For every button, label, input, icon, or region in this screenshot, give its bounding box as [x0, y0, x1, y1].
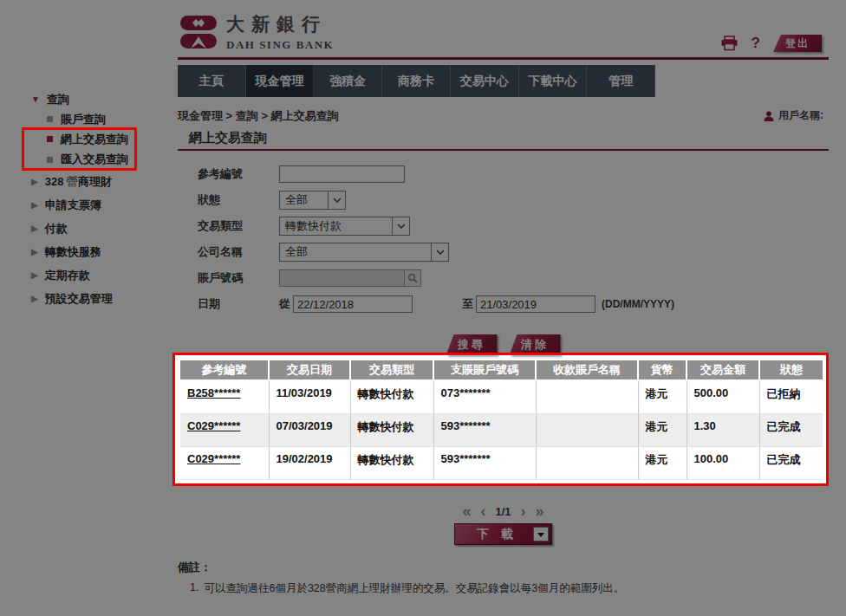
user-name-label: 用戶名稱: [778, 108, 823, 123]
sidebar-item-label: 轉數快服務 [45, 244, 101, 260]
sidebar-item-time-deposit[interactable]: ▶ 定期存款 [26, 263, 172, 287]
date-to-input[interactable] [476, 295, 595, 313]
note-number: 1. [190, 581, 198, 596]
col-transaction-date: 交易日期 [269, 360, 350, 380]
last-page-button[interactable]: » [536, 503, 544, 519]
header-tools: ? 登出 [720, 35, 822, 52]
page-title: 網上交易查詢 [189, 130, 267, 146]
cell-status: 已完成 [759, 446, 823, 479]
bank-logo-text: 大新銀行 DAH SING BANK [226, 12, 334, 52]
cell-transaction-date: 11/03/2019 [269, 380, 350, 413]
reference-link[interactable]: C029****** [187, 452, 240, 465]
select-dropdown-button[interactable] [392, 217, 409, 235]
sidebar-item-label: 預設交易管理 [45, 291, 113, 307]
date-format-hint: (DD/MM/YYYY) [602, 298, 674, 310]
sidebar-item-label: 網上交易查詢 [61, 132, 128, 147]
cell-transaction-date: 07/03/2019 [269, 413, 350, 446]
print-icon[interactable] [720, 36, 739, 51]
account-lookup-button[interactable] [404, 269, 421, 287]
enquiry-form: 參考編號 狀態 全部 交易類型 轉數快付款 公司名稱 全 [178, 161, 829, 317]
form-actions: 搜尋 清除 [178, 334, 829, 355]
clear-button[interactable]: 清除 [510, 334, 561, 355]
cell-transaction-type: 轉數快付款 [350, 380, 433, 413]
pagination: « ‹ 1/1 › » [178, 503, 829, 520]
cell-status: 已拒納 [759, 380, 823, 413]
date-from-label: 從 [279, 296, 290, 312]
user-icon [764, 111, 774, 121]
chevron-down-icon [436, 250, 445, 255]
search-button[interactable]: 搜尋 [446, 334, 498, 355]
help-icon[interactable]: ? [752, 35, 760, 52]
sidebar-item-fps-service[interactable]: ▶ 轉數快服務 [26, 240, 172, 263]
next-page-button[interactable]: › [521, 503, 526, 519]
cell-debit-account: 593******* [433, 413, 536, 446]
sidebar-item-328-business[interactable]: ▶ 328 營商理財 [26, 170, 172, 193]
account-number-label: 賬戶號碼 [178, 270, 279, 286]
main-content: 大新銀行 DAH SING BANK ? 登出 主頁 現金管理 強積金 商務卡 … [178, 0, 829, 616]
cell-currency: 港元 [638, 413, 687, 446]
sidebar-item-online-transaction-enquiry[interactable]: 網上交易查詢 [26, 129, 172, 149]
account-number-input [279, 269, 405, 287]
cell-payee-account-name [536, 413, 638, 446]
sidebar-item-cheque-book[interactable]: ▶ 申請支票簿 [26, 193, 172, 217]
reference-link[interactable]: C029****** [187, 419, 240, 432]
caret-down-icon [537, 533, 544, 541]
reference-number-input[interactable] [279, 165, 405, 183]
cell-debit-account: 073******* [433, 380, 536, 413]
transaction-type-select[interactable]: 轉數快付款 [279, 217, 410, 236]
sidebar-item-label: 付款 [45, 221, 68, 237]
select-dropdown-button[interactable] [431, 243, 448, 261]
sidebar-item-account-enquiry[interactable]: 賬戶查詢 [26, 109, 172, 129]
logout-button[interactable]: 登出 [773, 35, 822, 52]
sidebar-item-label: 賬戶查詢 [61, 112, 106, 127]
date-to-label: 至 [462, 296, 473, 312]
table-row: C029****** 07/03/2019 轉數快付款 593******* 港… [180, 413, 823, 446]
note-item: 1. 可以查詢過往6個月於328營商網上理財辦理的交易。交易記錄會以每3個月的範… [178, 581, 829, 596]
user-name-box: 用戶名稱: [764, 108, 823, 123]
cell-amount: 100.00 [687, 446, 759, 479]
sidebar-item-incoming-transaction-enquiry[interactable]: 匯入交易查詢 [26, 149, 172, 170]
bank-name-english: DAH SING BANK [226, 38, 334, 52]
cell-payee-account-name [536, 446, 638, 479]
bank-logo: 大新銀行 DAH SING BANK [179, 12, 334, 52]
tab-admin[interactable]: 管理 [587, 65, 655, 97]
tab-cash-management[interactable]: 現金管理 [246, 65, 315, 97]
table-header-row: 參考編號 交易日期 交易類型 支賬賬戶號碼 收款賬戶名稱 貨幣 交易金額 狀態 [180, 360, 823, 380]
cell-payee-account-name [536, 380, 638, 413]
cell-transaction-type: 轉數快付款 [350, 413, 433, 446]
transaction-type-label: 交易類型 [178, 218, 279, 234]
tab-home[interactable]: 主頁 [178, 65, 246, 97]
company-name-selected-value: 全部 [280, 243, 431, 261]
download-button[interactable]: 下 載 [454, 523, 552, 545]
date-label: 日期 [178, 296, 279, 312]
results-table-wrap: 參考編號 交易日期 交易類型 支賬賬戶號碼 收款賬戶名稱 貨幣 交易金額 狀態 … [180, 360, 823, 480]
status-select[interactable]: 全部 [279, 191, 346, 210]
sidebar-item-payment[interactable]: ▶ 付款 [26, 217, 172, 240]
col-amount: 交易金額 [687, 360, 759, 380]
reference-link[interactable]: B258****** [187, 386, 240, 399]
download-dropdown-button[interactable] [533, 527, 549, 541]
page-indicator: 1/1 [495, 505, 511, 518]
sidebar-item-preset-transaction[interactable]: ▶ 預設交易管理 [26, 287, 172, 310]
col-reference-number: 參考編號 [180, 360, 269, 380]
sidebar-menu: ▼ 查詢 賬戶查詢 網上交易查詢 匯入交易查詢 ▶ 328 營商理財 ▶ 申請支… [26, 89, 172, 310]
sidebar-item-label: 查詢 [47, 92, 69, 107]
sidebar-item-label: 328 營商理財 [45, 174, 112, 190]
triangle-right-icon: ▶ [31, 201, 38, 210]
tab-mpf[interactable]: 強積金 [314, 65, 382, 97]
company-name-select[interactable]: 全部 [279, 243, 449, 262]
tab-business-card[interactable]: 商務卡 [382, 65, 451, 97]
date-from-input[interactable] [293, 295, 413, 313]
tab-trading-center[interactable]: 交易中心 [451, 65, 519, 97]
first-page-button[interactable]: « [462, 503, 471, 519]
prev-page-button[interactable]: ‹ [480, 503, 485, 519]
header-divider [178, 57, 829, 60]
col-status: 狀態 [759, 360, 823, 380]
reference-number-label: 參考編號 [178, 166, 279, 182]
sidebar-item-enquiry[interactable]: ▼ 查詢 [26, 89, 172, 109]
cell-amount: 1.30 [687, 413, 759, 446]
tab-download-center[interactable]: 下載中心 [519, 65, 588, 97]
title-divider [178, 149, 829, 151]
cell-currency: 港元 [638, 380, 687, 413]
select-dropdown-button[interactable] [328, 191, 345, 209]
